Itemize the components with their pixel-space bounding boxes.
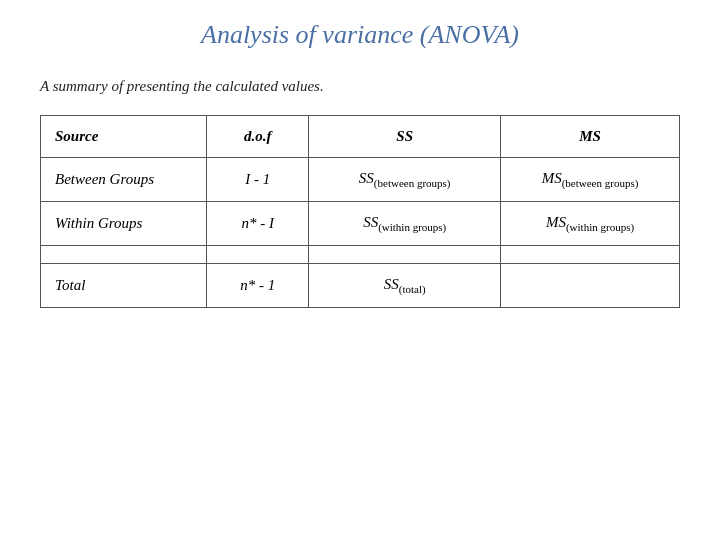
cell-ss-total: SS(total)	[309, 264, 501, 308]
cell-ms-between: MS(between groups)	[501, 158, 680, 202]
header-dof: d.o.f	[207, 116, 309, 158]
cell-dof-total: n* - 1	[207, 264, 309, 308]
ss-within-sub: (within groups)	[378, 221, 446, 233]
cell-source-between: Between Groups	[41, 158, 207, 202]
page-title: Analysis of variance (ANOVA)	[40, 20, 680, 50]
header-ss: SS	[309, 116, 501, 158]
table-spacer-row	[41, 246, 680, 264]
ms-between-sub: (between groups)	[562, 177, 639, 189]
cell-ms-total	[501, 264, 680, 308]
header-source: Source	[41, 116, 207, 158]
table-header-row: Source d.o.f SS MS	[41, 116, 680, 158]
ss-between-sub: (between groups)	[374, 177, 451, 189]
cell-dof-between: I - 1	[207, 158, 309, 202]
ss-total-sub: (total)	[399, 283, 426, 295]
table-row: Within Groups n* - I SS(within groups) M…	[41, 202, 680, 246]
table-row: Total n* - 1 SS(total)	[41, 264, 680, 308]
cell-dof-within: n* - I	[207, 202, 309, 246]
cell-source-within: Within Groups	[41, 202, 207, 246]
header-ms: MS	[501, 116, 680, 158]
cell-source-total: Total	[41, 264, 207, 308]
anova-table: Source d.o.f SS MS Between Groups I - 1 …	[40, 115, 680, 308]
cell-ms-within: MS(within groups)	[501, 202, 680, 246]
ms-within-sub: (within groups)	[566, 221, 634, 233]
page-container: Analysis of variance (ANOVA) A summary o…	[0, 0, 720, 540]
cell-ss-between: SS(between groups)	[309, 158, 501, 202]
table-row: Between Groups I - 1 SS(between groups) …	[41, 158, 680, 202]
cell-ss-within: SS(within groups)	[309, 202, 501, 246]
subtitle: A summary of presenting the calculated v…	[40, 78, 324, 95]
